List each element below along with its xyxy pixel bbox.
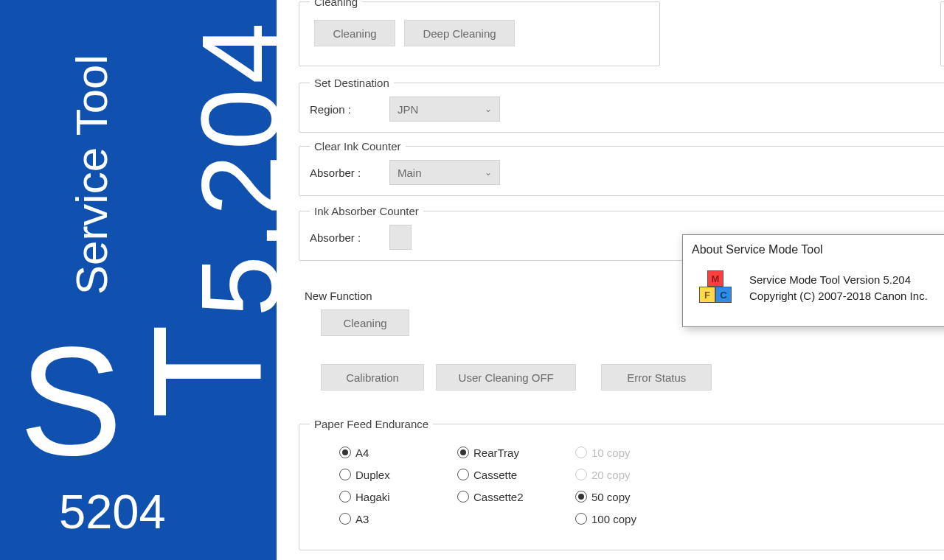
- radio-dot-icon: [575, 491, 587, 503]
- radio-dot-icon: [339, 469, 351, 480]
- dialog-title: About Service Mode Tool: [692, 243, 823, 256]
- paper-size-label: Duplex: [355, 469, 390, 481]
- radio-dot-icon: [339, 491, 351, 503]
- absorber-dropdown[interactable]: Main ⌄: [389, 160, 500, 185]
- brand-letter-t: T: [130, 324, 285, 419]
- user-cleaning-off-button[interactable]: User Cleaning OFF: [436, 364, 576, 391]
- paper-copies-label: 20 copy: [591, 469, 631, 481]
- paper-tray-label: Cassette2: [473, 491, 524, 503]
- ink-absorber-label: Absorber :: [310, 231, 376, 244]
- paper-tray-radio[interactable]: Cassette2: [457, 486, 546, 507]
- paper-size-radio[interactable]: Duplex: [339, 464, 428, 485]
- calibration-button[interactable]: Calibration: [321, 364, 424, 391]
- brand-sidebar: S Service Tool T 5.204 5204: [0, 0, 277, 560]
- deep-cleaning-button[interactable]: Deep Cleaning: [404, 20, 515, 46]
- dialog-version-line: Service Mode Tool Version 5.204: [749, 272, 928, 289]
- paper-feed-endurance-group: Paper Feed Endurance A4DuplexHagakiA3 Re…: [299, 418, 944, 550]
- cleaning-group: Cleaning Cleaning Deep Cleaning: [299, 0, 660, 66]
- error-status-button[interactable]: Error Status: [601, 364, 712, 391]
- paper-size-radio[interactable]: A4: [339, 442, 428, 463]
- nf-cleaning-button[interactable]: Cleaning: [321, 309, 409, 336]
- radio-dot-icon: [339, 513, 351, 525]
- paper-tray-label: RearTray: [473, 447, 519, 459]
- set-destination-group: Set Destination Region : JPN ⌄: [299, 77, 944, 133]
- dialog-copyright-line: Copyright (C) 2007-2018 Canon Inc.: [749, 288, 928, 305]
- paper-tray-label: Cassette: [473, 469, 517, 481]
- brand-letter-s: S: [19, 324, 122, 479]
- paper-copies-label: 100 copy: [591, 513, 636, 525]
- clear-ink-counter-group: Clear Ink Counter Absorber : Main ⌄ set: [299, 140, 944, 196]
- service-tool-window: Cleaning Cleaning Deep Cleaning Operatio…: [277, 0, 944, 560]
- paper-copies-radio[interactable]: 50 copy: [575, 486, 664, 507]
- cleaning-button[interactable]: Cleaning: [314, 20, 395, 46]
- radio-dot-icon: [457, 447, 469, 458]
- region-label: Region :: [310, 103, 376, 116]
- paper-copies-radio: 20 copy: [575, 464, 664, 485]
- paper-tray-radio[interactable]: Cassette: [457, 464, 546, 485]
- ink-absorber-legend: Ink Absorber Counter: [310, 205, 423, 217]
- paper-copies-label: 50 copy: [591, 491, 631, 503]
- new-function-legend: New Function: [305, 290, 372, 302]
- radio-dot-icon: [339, 447, 351, 458]
- cleaning-legend: Cleaning: [310, 0, 362, 8]
- set-destination-legend: Set Destination: [310, 77, 394, 89]
- chevron-down-icon: ⌄: [485, 104, 492, 114]
- absorber-label: Absorber :: [310, 167, 376, 179]
- radio-dot-icon: [457, 491, 469, 503]
- radio-dot-icon: [457, 469, 469, 480]
- region-dropdown[interactable]: JPN ⌄: [389, 97, 500, 122]
- paper-size-radio[interactable]: Hagaki: [339, 486, 428, 507]
- radio-dot-icon: [575, 513, 587, 525]
- paper-size-label: A3: [355, 513, 369, 525]
- region-value: JPN: [398, 103, 418, 116]
- paper-copies-label: 10 copy: [591, 447, 631, 459]
- chevron-down-icon: ⌄: [485, 167, 492, 178]
- absorber-value: Main: [398, 167, 422, 179]
- paper-copies-radio: 10 copy: [575, 442, 664, 463]
- clear-ink-legend: Clear Ink Counter: [310, 140, 406, 153]
- paper-feed-legend: Paper Feed Endurance: [310, 418, 433, 430]
- radio-dot-icon: [575, 469, 587, 480]
- paper-size-radio[interactable]: A3: [339, 508, 428, 529]
- dialog-text: Service Mode Tool Version 5.204 Copyrigh…: [749, 272, 928, 305]
- paper-tray-radio[interactable]: RearTray: [457, 442, 546, 463]
- brand-name: Service Tool: [66, 55, 117, 295]
- paper-size-label: Hagaki: [355, 491, 390, 503]
- paper-size-label: A4: [355, 447, 369, 459]
- operation-group: Operation EEPROM Save LOG Save Pane: [940, 0, 944, 66]
- about-dialog: About Service Mode Tool M F C Service Mo…: [682, 234, 944, 327]
- mfc-icon: M F C: [699, 270, 735, 306]
- radio-dot-icon: [575, 447, 587, 458]
- brand-build-number: 5204: [59, 484, 166, 539]
- ink-absorber-dropdown[interactable]: [389, 225, 412, 250]
- paper-copies-radio[interactable]: 100 copy: [575, 508, 664, 529]
